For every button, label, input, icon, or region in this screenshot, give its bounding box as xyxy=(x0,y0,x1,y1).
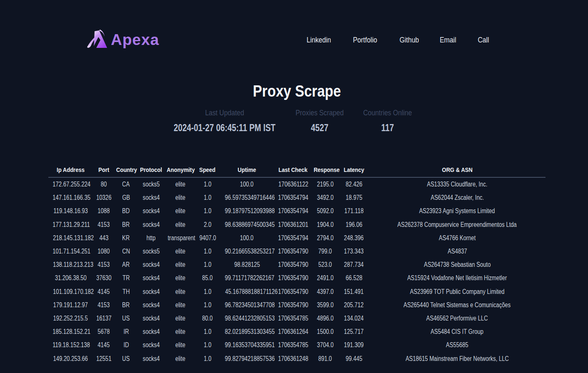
page-title: Proxy Scrape xyxy=(81,82,513,100)
nav-link-github[interactable]: Github xyxy=(399,36,418,44)
cell-text: 147.161.166.35 xyxy=(53,194,90,201)
site-header: Apexa Linkedin Portfolio Github Email Ca… xyxy=(0,0,588,49)
table-row: 149.20.253.6612551USsocks4elite1.099.827… xyxy=(48,352,545,366)
cell-country: IR xyxy=(115,325,138,338)
cell-text: AS264738 Sebastian Souto xyxy=(424,261,490,268)
cell-text: 90.21665538253217 xyxy=(225,248,275,255)
cell-ip-address: 149.20.253.66 xyxy=(48,352,93,366)
nav-link-call[interactable]: Call xyxy=(478,36,489,44)
proxy-table-container: Ip AddressPortCountryProtocolAnonymitySp… xyxy=(48,167,545,366)
cell-anonymity: elite xyxy=(165,258,196,271)
cell-text: 1706361122 xyxy=(278,181,308,188)
cell-org-asn: AS46562 Performive LLC xyxy=(369,312,545,325)
cell-response: 799.0 xyxy=(312,245,339,258)
cell-text: elite xyxy=(175,194,185,201)
cell-text: 98.62441232805153 xyxy=(225,315,275,322)
cell-text: 191.309 xyxy=(344,342,363,348)
nav-link-email[interactable]: Email xyxy=(440,36,456,44)
cell-text: 125.717 xyxy=(344,328,363,335)
cell-text: 1706361264 xyxy=(278,328,308,335)
cell-text: 1.0 xyxy=(204,181,211,188)
cell-text: 1706354785 xyxy=(278,315,308,322)
cell-last-check: 1706361201 xyxy=(275,218,312,231)
cell-response: 2195.0 xyxy=(312,177,339,191)
cell-text: 82.426 xyxy=(345,181,362,188)
nav-link-linkedin[interactable]: Linkedin xyxy=(306,36,331,44)
nav-link-portfolio[interactable]: Portfolio xyxy=(353,36,377,44)
stat-value: 4527 xyxy=(296,123,343,133)
cell-text: 4153 xyxy=(98,221,110,228)
cell-text: 1.0 xyxy=(204,288,211,295)
cell-text: 99.445 xyxy=(345,356,362,362)
cell-ip-address: 185.128.152.21 xyxy=(48,325,93,338)
cell-org-asn: AS13335 Cloudflare, Inc. xyxy=(369,177,545,191)
cell-latency: 125.717 xyxy=(339,325,369,338)
table-row: 119.148.16.931088BDsocks4elite1.099.1879… xyxy=(48,204,545,218)
cell-response: 3599.0 xyxy=(312,298,339,312)
cell-text: 99.16353704335951 xyxy=(225,342,275,348)
cell-text: 3704.0 xyxy=(317,342,334,348)
cell-country: TR xyxy=(115,271,138,285)
cell-text: 171.118 xyxy=(344,208,363,214)
cell-latency: 66.528 xyxy=(339,271,369,285)
cell-text: AS23923 Agni Systems Limited xyxy=(419,208,495,214)
cell-latency: 191.309 xyxy=(339,338,369,352)
cell-last-check: 1706354794 xyxy=(275,204,312,218)
cell-text: 99.82794218857536 xyxy=(225,356,275,362)
cell-text: 1706354785 xyxy=(278,342,308,348)
stat-countries-online: Countries Online 117 xyxy=(359,109,416,133)
column-header-label: Uptime xyxy=(238,167,256,173)
cell-text: 196.06 xyxy=(345,221,362,228)
cell-text: elite xyxy=(175,288,185,295)
cell-text: 523.0 xyxy=(318,261,332,268)
cell-response: 1500.0 xyxy=(312,325,339,338)
cell-text: 177.131.29.211 xyxy=(53,221,90,228)
cell-text: elite xyxy=(175,328,185,335)
cell-speed: 1.0 xyxy=(196,325,219,338)
cell-text: 101.109.170.182 xyxy=(53,288,94,295)
cell-text: 101.71.154.251 xyxy=(53,248,90,255)
cell-text: socks5 xyxy=(143,248,160,255)
cell-ip-address: 218.145.131.182 xyxy=(48,231,93,245)
cell-text: AS46562 Performive LLC xyxy=(426,315,488,322)
cell-org-asn: AS4766 Kornet xyxy=(369,231,545,245)
cell-port: 4153 xyxy=(93,298,115,312)
cell-text: 1.0 xyxy=(204,342,211,348)
cell-protocol: socks4 xyxy=(138,191,165,204)
cell-text: 1706361201 xyxy=(278,221,308,228)
cell-anonymity: elite xyxy=(165,352,196,366)
table-row: 172.67.255.22480CAsocks5elite1.0100.0170… xyxy=(48,177,545,191)
column-header-latency: Latency xyxy=(339,167,369,177)
cell-text: AS13335 Cloudflare, Inc. xyxy=(427,181,488,188)
cell-text: 2195.0 xyxy=(317,181,334,188)
cell-country: BD xyxy=(115,204,138,218)
cell-text: 98.63886974500345 xyxy=(225,221,275,228)
cell-text: 2491.0 xyxy=(317,275,334,281)
cell-country: AR xyxy=(115,258,138,271)
cell-text: 134.024 xyxy=(344,315,363,322)
column-header-response: Response xyxy=(312,167,339,177)
cell-text: 100.0 xyxy=(240,235,254,241)
cell-text: 443 xyxy=(99,235,108,241)
cell-text: 1080 xyxy=(98,248,110,255)
column-header-org-asn: ORG & ASN xyxy=(369,167,545,177)
table-row: 179.191.12.974153BRsocks4elite1.096.7823… xyxy=(48,298,545,312)
cell-response: 4397.0 xyxy=(312,285,339,298)
table-row: 177.131.29.2114153BRsocks4elite2.098.638… xyxy=(48,218,545,231)
cell-ip-address: 138.118.213.213 xyxy=(48,258,93,271)
table-row: 192.252.215.516137USsocks4elite80.098.62… xyxy=(48,312,545,325)
column-header-speed: Speed xyxy=(196,167,219,177)
brand-logo[interactable]: Apexa xyxy=(87,30,159,49)
cell-latency: 196.06 xyxy=(339,218,369,231)
stat-last-updated: Last Updated 2024-01-27 06:45:11 PM IST xyxy=(163,109,287,133)
cell-text: 1706354790 xyxy=(278,248,308,255)
cell-text: elite xyxy=(175,261,185,268)
cell-text: 80.0 xyxy=(202,315,213,322)
cell-speed: 1.0 xyxy=(196,285,219,298)
cell-ip-address: 172.67.255.224 xyxy=(48,177,93,191)
cell-latency: 151.491 xyxy=(339,285,369,298)
cell-text: 205.712 xyxy=(344,302,363,308)
cell-speed: 1.0 xyxy=(196,338,219,352)
cell-protocol: socks4 xyxy=(138,312,165,325)
column-header-port: Port xyxy=(93,167,115,177)
